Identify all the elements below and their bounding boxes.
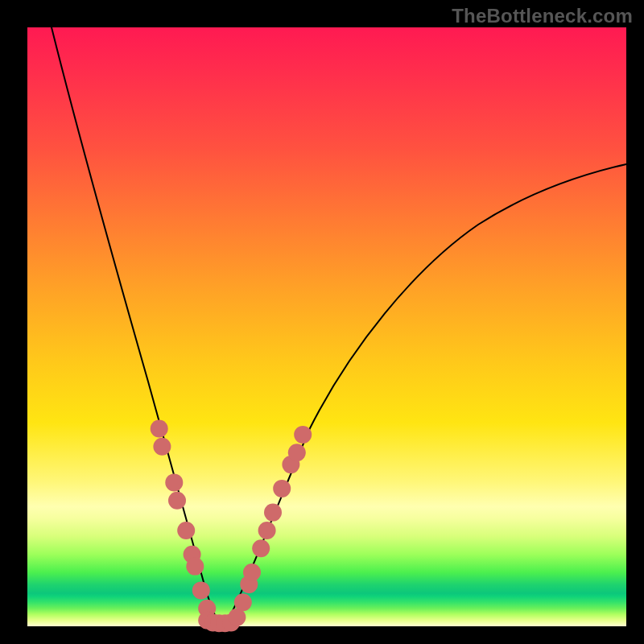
data-marker <box>294 426 312 444</box>
chart-overlay <box>27 27 626 626</box>
data-marker <box>252 539 270 557</box>
data-marker <box>168 492 186 510</box>
data-marker <box>151 420 168 438</box>
data-marker <box>186 558 204 576</box>
watermark-text: TheBottleneck.com <box>452 5 633 27</box>
data-marker <box>258 522 276 539</box>
data-marker <box>273 480 291 497</box>
chart-frame: TheBottleneck.com <box>0 0 644 644</box>
data-marker <box>153 438 171 456</box>
curve-left-branch <box>52 27 221 625</box>
curve-right-branch <box>225 164 626 625</box>
data-marker <box>192 581 210 599</box>
data-marker <box>243 564 261 581</box>
data-marker <box>165 473 183 491</box>
data-marker <box>288 444 306 461</box>
data-marker <box>177 522 195 539</box>
data-marker <box>264 504 282 522</box>
data-marker <box>234 593 252 611</box>
marker-group <box>151 420 312 633</box>
